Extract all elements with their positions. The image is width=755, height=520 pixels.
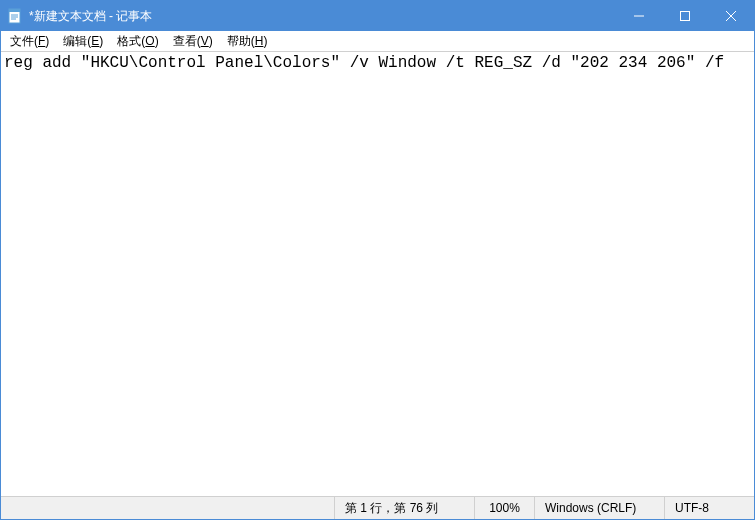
text-editor[interactable] (1, 52, 754, 496)
menu-help-label: 帮助(H) (227, 34, 268, 48)
window-title: *新建文本文档 - 记事本 (29, 8, 152, 25)
menu-help[interactable]: 帮助(H) (220, 31, 275, 52)
statusbar-zoom: 100% (474, 497, 534, 519)
menu-view[interactable]: 查看(V) (166, 31, 220, 52)
menubar: 文件(F) 编辑(E) 格式(O) 查看(V) 帮助(H) (1, 31, 754, 52)
menu-format[interactable]: 格式(O) (110, 31, 165, 52)
titlebar: *新建文本文档 - 记事本 (1, 1, 754, 31)
menu-file-label: 文件(F) (10, 34, 49, 48)
notepad-icon (7, 8, 23, 24)
statusbar: 第 1 行，第 76 列 100% Windows (CRLF) UTF-8 (1, 496, 754, 519)
minimize-button[interactable] (616, 1, 662, 31)
svg-rect-6 (681, 12, 690, 21)
statusbar-spacer (1, 497, 334, 519)
menu-format-label: 格式(O) (117, 34, 158, 48)
menu-file[interactable]: 文件(F) (3, 31, 56, 52)
menu-edit-label: 编辑(E) (63, 34, 103, 48)
statusbar-encoding: UTF-8 (664, 497, 754, 519)
menu-view-label: 查看(V) (173, 34, 213, 48)
menu-edit[interactable]: 编辑(E) (56, 31, 110, 52)
statusbar-line-ending: Windows (CRLF) (534, 497, 664, 519)
close-button[interactable] (708, 1, 754, 31)
svg-rect-1 (9, 9, 20, 12)
statusbar-position: 第 1 行，第 76 列 (334, 497, 474, 519)
maximize-button[interactable] (662, 1, 708, 31)
editor-area (1, 52, 754, 496)
